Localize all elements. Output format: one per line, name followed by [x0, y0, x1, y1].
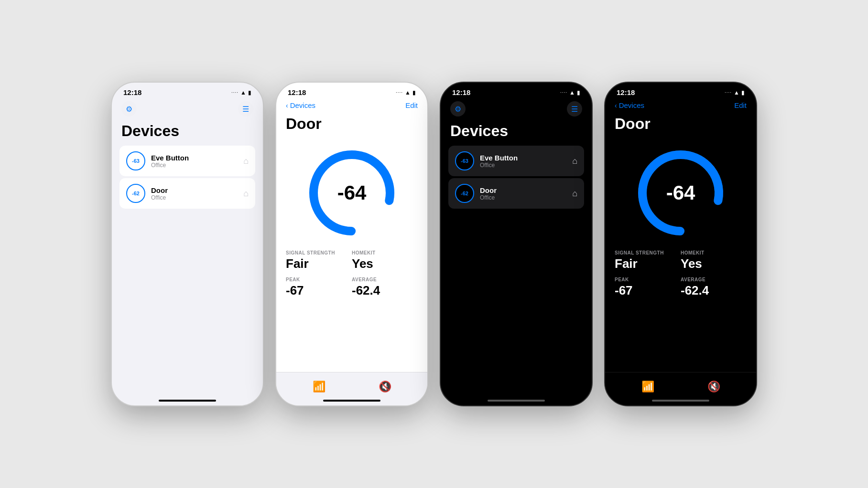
device-badge: -63 [126, 151, 145, 170]
homekit-value: Yes [681, 256, 747, 271]
home-icon: ⌂ [572, 156, 577, 166]
door-nav: ‹ Devices Edit [276, 99, 427, 113]
device-list: -63 Eve Button Office ⌂ -62 Door Office … [112, 146, 263, 209]
signal-strength-col: SIGNAL STRENGTH Fair [286, 250, 352, 271]
device-sub: Office [480, 162, 518, 169]
back-label: Devices [619, 101, 644, 109]
door-light-screen: 12:18 ···· ▲ ▮ ‹ Devices Edit Door -64 S… [275, 82, 428, 406]
signal-strength-label: SIGNAL STRENGTH [286, 250, 352, 255]
signal-strength-label: SIGNAL STRENGTH [615, 250, 681, 255]
gauge-value: -64 [337, 181, 367, 204]
device-left: -62 Door Office [126, 184, 168, 203]
status-time: 12:18 [123, 88, 141, 96]
edit-button[interactable]: Edit [734, 101, 747, 109]
edit-button[interactable]: Edit [405, 101, 418, 109]
device-sub: Office [480, 194, 497, 201]
list-item[interactable]: -62 Door Office ⌂ [119, 178, 255, 209]
status-time: 12:18 [288, 88, 306, 96]
door-title: Door [276, 113, 427, 140]
battery-icon: ▮ [741, 89, 745, 96]
page-title: Devices [441, 120, 592, 146]
device-list: -63 Eve Button Office ⌂ -62 Door Office … [441, 146, 592, 209]
mute-tab[interactable]: 🔇 [379, 381, 391, 393]
filter-button[interactable]: ☰ [238, 101, 253, 117]
peak-value: -67 [286, 283, 352, 298]
door-title: Door [605, 113, 756, 140]
device-sub: Office [151, 162, 189, 169]
status-icons: ···· ▲ ▮ [231, 89, 251, 96]
back-chevron: ‹ [286, 102, 288, 109]
home-icon: ⌂ [572, 189, 577, 199]
status-time: 12:18 [452, 88, 470, 96]
peak-value: -67 [615, 283, 681, 298]
gauge-container: -64 [276, 140, 427, 250]
devices-light-screen: 12:18 ···· ▲ ▮ ⚙ ☰ Devices -63 Eve Butto… [111, 82, 264, 406]
average-label: AVERAGE [352, 277, 418, 282]
filter-button[interactable]: ☰ [567, 101, 582, 117]
devices-dark-screen: 12:18 ···· ▲ ▮ ⚙ ☰ Devices -63 Eve Butto… [440, 82, 593, 406]
list-item[interactable]: -63 Eve Button Office ⌂ [119, 146, 255, 176]
home-indicator [488, 400, 545, 402]
signal-dots: ···· [231, 90, 239, 95]
chart-tab[interactable]: 📶 [313, 381, 326, 393]
device-name: Eve Button [151, 154, 189, 162]
homekit-col: HOMEKIT Yes [681, 250, 747, 271]
home-indicator [323, 400, 380, 402]
back-button[interactable]: ‹ Devices [286, 101, 315, 109]
average-col: AVERAGE -62.4 [681, 277, 747, 298]
peak-label: PEAK [615, 277, 681, 282]
gauge-container: -64 [605, 140, 756, 250]
homekit-col: HOMEKIT Yes [352, 250, 418, 271]
battery-icon: ▮ [577, 89, 580, 96]
homekit-label: HOMEKIT [352, 250, 418, 255]
signal-dots: ···· [725, 90, 732, 95]
battery-icon: ▮ [248, 89, 251, 96]
signal-dots: ···· [560, 90, 567, 95]
status-bar: 12:18 ···· ▲ ▮ [441, 83, 592, 99]
home-indicator [652, 400, 709, 402]
average-value: -62.4 [352, 283, 418, 298]
back-button[interactable]: ‹ Devices [615, 101, 644, 109]
home-indicator [159, 400, 216, 402]
device-name: Door [480, 186, 497, 194]
device-info: Eve Button Office [480, 154, 518, 169]
status-bar: 12:18 ···· ▲ ▮ [112, 83, 263, 99]
status-icons: ···· ▲ ▮ [725, 89, 745, 96]
door-nav: ‹ Devices Edit [605, 99, 756, 113]
chart-tab[interactable]: 📶 [641, 381, 654, 393]
device-left: -63 Eve Button Office [455, 151, 518, 170]
device-left: -63 Eve Button Office [126, 151, 189, 170]
peak-col: PEAK -67 [615, 277, 681, 298]
device-name: Door [151, 186, 168, 194]
status-icons: ···· ▲ ▮ [560, 89, 580, 96]
signal-strength-value: Fair [615, 256, 681, 271]
back-label: Devices [290, 101, 315, 109]
signal-grid: SIGNAL STRENGTH Fair HOMEKIT Yes [276, 250, 427, 271]
settings-icon: ⚙ [455, 105, 461, 114]
nav-bar: ⚙ ☰ [112, 99, 263, 120]
list-item[interactable]: -62 Door Office ⌂ [448, 178, 584, 209]
wifi-icon: ▲ [240, 89, 246, 96]
status-bar: 12:18 ···· ▲ ▮ [605, 83, 756, 99]
peak-col: PEAK -67 [286, 277, 352, 298]
device-sub: Office [151, 194, 168, 201]
device-info: Door Office [151, 186, 168, 201]
filter-icon: ☰ [242, 105, 249, 114]
device-name: Eve Button [480, 154, 518, 162]
signal-strength-col: SIGNAL STRENGTH Fair [615, 250, 681, 271]
stats-grid: PEAK -67 AVERAGE -62.4 [605, 271, 756, 298]
average-label: AVERAGE [681, 277, 747, 282]
settings-button[interactable]: ⚙ [450, 101, 466, 117]
settings-icon: ⚙ [126, 105, 132, 114]
filter-icon: ☰ [571, 105, 578, 114]
battery-icon: ▮ [412, 89, 416, 96]
mute-tab[interactable]: 🔇 [707, 381, 720, 393]
settings-button[interactable]: ⚙ [121, 101, 137, 117]
back-chevron: ‹ [615, 102, 617, 109]
page-title: Devices [112, 120, 263, 146]
list-item[interactable]: -63 Eve Button Office ⌂ [448, 146, 584, 176]
status-icons: ···· ▲ ▮ [396, 89, 416, 96]
device-info: Eve Button Office [151, 154, 189, 169]
signal-strength-value: Fair [286, 256, 352, 271]
status-bar: 12:18 ···· ▲ ▮ [276, 83, 427, 99]
